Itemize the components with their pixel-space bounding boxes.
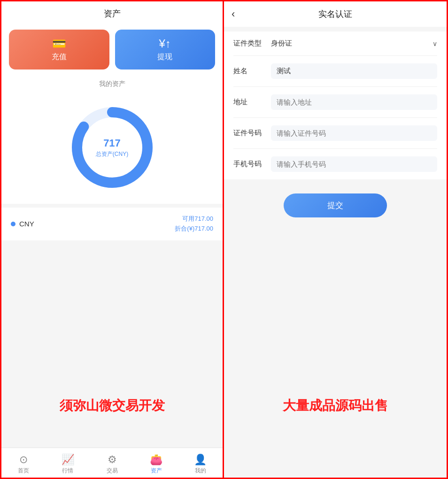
market-icon: 📈 xyxy=(62,454,74,466)
cert-type-label: 证件类型 xyxy=(233,39,271,48)
cert-type-select[interactable]: 身份证 ∨ xyxy=(271,39,437,48)
name-row: 姓名 xyxy=(233,56,437,87)
yuan-icon: ¥↑ xyxy=(159,37,171,50)
nav-market[interactable]: 📈 行情 xyxy=(46,454,90,475)
tixian-button[interactable]: ¥↑ 提现 xyxy=(115,30,216,70)
address-row: 地址 xyxy=(233,87,437,118)
cert-type-value: 身份证 xyxy=(271,39,292,48)
nav-home-label: 首页 xyxy=(18,467,29,475)
submit-label: 提交 xyxy=(327,201,343,210)
nav-profile-label: 我的 xyxy=(195,467,206,475)
tixian-label: 提现 xyxy=(157,52,172,62)
nav-home[interactable]: ⊙ 首页 xyxy=(1,454,46,475)
cny-values: 可用717.00 折合(¥)717.00 xyxy=(175,214,213,234)
wallet-icon: 💳 xyxy=(52,37,66,50)
cert-no-row: 证件号码 xyxy=(233,118,437,149)
cert-no-label: 证件号码 xyxy=(233,129,271,138)
nav-trade[interactable]: ⚙ 交易 xyxy=(90,454,134,475)
donut-section: 717 总资产(CNY) xyxy=(1,91,223,204)
nav-assets[interactable]: 👛 资产 xyxy=(134,454,178,475)
cny-dot xyxy=(11,222,15,226)
nav-trade-label: 交易 xyxy=(107,467,118,475)
phone-input[interactable] xyxy=(271,156,437,172)
address-control xyxy=(271,94,437,110)
phone-label: 手机号码 xyxy=(233,160,271,169)
assets-icon: 👛 xyxy=(150,454,162,466)
chongzhi-button[interactable]: 💳 充值 xyxy=(9,30,109,70)
phone-row: 手机号码 xyxy=(233,149,437,179)
address-input[interactable] xyxy=(271,94,437,110)
cny-available: 可用717.00 xyxy=(175,214,213,224)
back-button[interactable]: ‹ xyxy=(232,8,235,20)
name-input[interactable] xyxy=(271,63,437,79)
left-header: 资产 xyxy=(1,1,223,24)
cny-row: CNY 可用717.00 折合(¥)717.00 xyxy=(1,208,223,240)
right-header: ‹ 实名认证 xyxy=(224,1,447,27)
cert-type-control[interactable]: 身份证 ∨ xyxy=(271,39,437,48)
donut-desc: 总资产(CNY) xyxy=(96,150,128,158)
top-buttons: 💳 充值 ¥↑ 提现 xyxy=(1,24,223,75)
name-control xyxy=(271,63,437,79)
chevron-down-icon: ∨ xyxy=(433,40,437,47)
donut-center: 717 总资产(CNY) xyxy=(96,137,128,158)
donut-chart: 717 总资产(CNY) xyxy=(65,100,159,194)
nav-profile[interactable]: 👤 我的 xyxy=(178,454,223,475)
right-title: 实名认证 xyxy=(318,8,352,20)
right-panel: ‹ 实名认证 证件类型 身份证 ∨ 姓名 地址 xyxy=(224,1,447,479)
submit-button[interactable]: 提交 xyxy=(284,193,387,217)
home-icon: ⊙ xyxy=(19,454,28,466)
nav-market-label: 行情 xyxy=(62,467,73,475)
cert-type-row: 证件类型 身份证 ∨ xyxy=(233,31,437,56)
nav-assets-label: 资产 xyxy=(151,467,162,475)
promo-left: 须弥山微交易开发 xyxy=(1,397,223,415)
cert-no-input[interactable] xyxy=(271,125,437,141)
left-panel: 资产 💳 充值 ¥↑ 提现 我的资产 717 总资产(CNY) xyxy=(1,1,224,479)
phone-control xyxy=(271,156,437,172)
donut-value: 717 xyxy=(96,137,128,149)
cert-no-control xyxy=(271,125,437,141)
name-label: 姓名 xyxy=(233,67,271,76)
bottom-nav: ⊙ 首页 📈 行情 ⚙ 交易 👛 资产 👤 我的 xyxy=(1,448,223,479)
profile-icon: 👤 xyxy=(194,454,207,466)
chongzhi-label: 充值 xyxy=(52,52,67,62)
promo-right: 大量成品源码出售 xyxy=(224,397,447,415)
address-label: 地址 xyxy=(233,98,271,107)
form-section: 证件类型 身份证 ∨ 姓名 地址 证件号码 xyxy=(224,31,447,179)
cny-label: CNY xyxy=(19,220,175,228)
cny-equivalent: 折合(¥)717.00 xyxy=(175,224,213,234)
trade-icon: ⚙ xyxy=(108,454,117,466)
asset-label: 我的资产 xyxy=(1,75,223,91)
left-title: 资产 xyxy=(104,9,121,18)
